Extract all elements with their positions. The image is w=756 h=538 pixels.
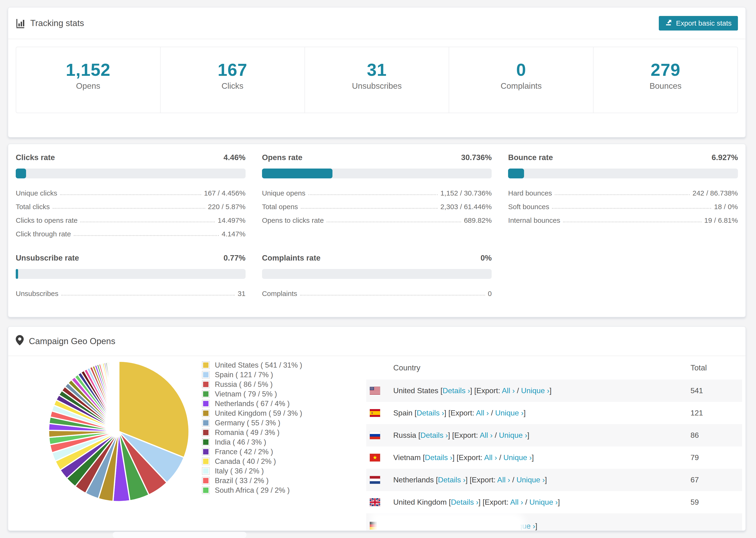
stat-box-bounces: 279Bounces bbox=[594, 47, 737, 113]
rate-header: Unsubscribe rate0.77% bbox=[16, 253, 245, 262]
legend-item-russia: Russia ( 86 / 5% ) bbox=[202, 380, 366, 389]
export-unique-link[interactable]: Unique › bbox=[499, 431, 527, 439]
export-icon bbox=[665, 19, 673, 28]
country-cell: Netherlands [Details ›] [Export: All › /… bbox=[380, 476, 690, 484]
details-link[interactable]: Details › bbox=[417, 409, 444, 417]
pie-slice-other-47 bbox=[119, 361, 119, 431]
legend-item-romania: Romania ( 49 / 3% ) bbox=[202, 428, 366, 437]
export-unique-link[interactable]: Unique › bbox=[503, 453, 532, 462]
dotted-leader bbox=[308, 194, 438, 195]
legend-swatch bbox=[202, 429, 210, 436]
overlay-fade bbox=[377, 517, 520, 531]
legend-swatch bbox=[202, 409, 210, 417]
stats-summary: 1,152Opens167Clicks31Unsubscribes0Compla… bbox=[16, 47, 738, 113]
rate-title: Bounce rate bbox=[508, 153, 553, 162]
export-unique-link[interactable]: Unique › bbox=[516, 476, 545, 484]
stat-value: 167 bbox=[161, 60, 304, 79]
dotted-leader bbox=[563, 222, 701, 222]
table-row-united-kingdom: United Kingdom [Details ›] [Export: All … bbox=[366, 491, 742, 513]
progress-track bbox=[262, 169, 492, 178]
legend-label: Spain ( 121 / 7% ) bbox=[215, 371, 273, 379]
rate-row-value: 2,303 / 61.446% bbox=[441, 203, 492, 211]
rate-title: Unsubscribe rate bbox=[16, 253, 79, 262]
export-all-link[interactable]: All › bbox=[497, 476, 510, 484]
pie-chart-svg bbox=[46, 359, 191, 504]
dotted-leader bbox=[60, 194, 201, 195]
legend-label: Italy ( 36 / 2% ) bbox=[215, 467, 264, 475]
bar-chart-icon bbox=[16, 18, 26, 28]
details-link[interactable]: Details › bbox=[425, 453, 453, 462]
rate-header: Bounce rate6.927% bbox=[508, 153, 738, 162]
rate-row-unique-clicks: Unique clicks167 / 4.456% bbox=[16, 184, 245, 197]
rate-block-clicks-rate: Clicks rate4.46%Unique clicks167 / 4.456… bbox=[16, 150, 245, 238]
legend-item-netherlands: Netherlands ( 67 / 4% ) bbox=[202, 399, 366, 408]
legend-item-united-states: United States ( 541 / 31% ) bbox=[202, 360, 366, 370]
rate-row-hard-bounces: Hard bounces242 / 86.738% bbox=[508, 184, 738, 197]
legend-swatch bbox=[202, 371, 210, 379]
rate-block-unsubscribe-rate: Unsubscribe rate0.77%Unsubscribes31 bbox=[16, 251, 245, 297]
rate-rows: Unique clicks167 / 4.456%Total clicks220… bbox=[16, 184, 245, 238]
rate-row-value: 14.497% bbox=[218, 216, 245, 224]
export-basic-stats-button[interactable]: Export basic stats bbox=[659, 16, 738, 30]
rate-value: 0.77% bbox=[224, 253, 245, 262]
export-all-link[interactable]: All › bbox=[484, 453, 497, 462]
export-unique-link[interactable]: Unique › bbox=[521, 386, 549, 395]
progress-track bbox=[262, 269, 492, 279]
progress-track bbox=[16, 269, 245, 279]
stat-label: Bounces bbox=[594, 81, 737, 91]
stat-label: Opens bbox=[16, 81, 160, 91]
details-link[interactable]: Details › bbox=[443, 386, 470, 395]
legend-swatch bbox=[202, 361, 210, 369]
rate-value: 4.46% bbox=[224, 153, 245, 162]
legend-item-germany: Germany ( 55 / 3% ) bbox=[202, 418, 366, 428]
geo-opens-title: Campaign Geo Opens bbox=[29, 336, 115, 346]
rate-row-internal-bounces: Internal bounces19 / 6.81% bbox=[508, 211, 738, 224]
stat-value: 1,152 bbox=[16, 60, 160, 79]
table-row-netherlands: Netherlands [Details ›] [Export: All › /… bbox=[366, 469, 742, 491]
legend-item-italy: Italy ( 36 / 2% ) bbox=[202, 466, 366, 476]
export-all-link[interactable]: All › bbox=[476, 409, 489, 417]
stat-label: Complaints bbox=[449, 81, 593, 91]
rate-row-value: 4.147% bbox=[222, 230, 245, 238]
rate-title: Opens rate bbox=[262, 153, 302, 162]
legend-item-france: France ( 42 / 2% ) bbox=[202, 447, 366, 457]
rate-row-complaints: Complaints0 bbox=[262, 284, 492, 297]
rate-value: 0% bbox=[481, 253, 492, 262]
details-link[interactable]: Details › bbox=[420, 431, 448, 439]
details-link[interactable]: Details › bbox=[438, 476, 465, 484]
export-unique-link[interactable]: Unique › bbox=[529, 498, 558, 506]
progress-fill bbox=[508, 169, 524, 178]
geo-pie-chart bbox=[8, 356, 202, 531]
country-cell: Spain [Details ›] [Export: All › / Uniqu… bbox=[380, 409, 690, 417]
export-all-link[interactable]: All › bbox=[510, 498, 523, 506]
rate-header: Clicks rate4.46% bbox=[16, 153, 245, 162]
total-cell: 121 bbox=[690, 409, 742, 417]
legend-swatch bbox=[202, 390, 210, 398]
table-row-united-states: United States [Details ›] [Export: All ›… bbox=[366, 380, 742, 402]
flag-gb-icon bbox=[370, 498, 380, 506]
legend-label: Vietnam ( 79 / 5% ) bbox=[215, 390, 277, 398]
horizontal-scrollbar-thumb[interactable] bbox=[113, 532, 246, 538]
legend-item-vietnam: Vietnam ( 79 / 5% ) bbox=[202, 389, 366, 399]
details-link[interactable]: Details › bbox=[451, 498, 478, 506]
table-row-russia: Russia [Details ›] [Export: All › / Uniq… bbox=[366, 424, 742, 447]
rate-row-value: 0 bbox=[488, 290, 492, 297]
export-all-link[interactable]: All › bbox=[480, 431, 493, 439]
export-all-link[interactable]: All › bbox=[502, 386, 514, 395]
flag-es-icon bbox=[370, 409, 380, 417]
table-row-vietnam: Vietnam [Details ›] [Export: All › / Uni… bbox=[366, 447, 742, 469]
total-cell: 59 bbox=[690, 498, 742, 507]
rate-row-label: Click through rate bbox=[16, 230, 71, 238]
legend-item-brazil: Brazil ( 33 / 2% ) bbox=[202, 476, 366, 485]
stat-label: Clicks bbox=[161, 81, 304, 91]
rate-row-value: 220 / 5.87% bbox=[208, 203, 245, 211]
dotted-leader bbox=[74, 235, 219, 236]
rate-row-label: Opens to clicks rate bbox=[262, 216, 324, 224]
export-unique-link[interactable]: Unique › bbox=[495, 409, 523, 417]
rate-row-value: 18 / 0% bbox=[714, 203, 738, 211]
stat-box-opens: 1,152Opens bbox=[16, 47, 161, 113]
legend-label: Brazil ( 33 / 2% ) bbox=[215, 476, 269, 485]
rate-row-label: Unique opens bbox=[262, 189, 305, 197]
legend-label: Russia ( 86 / 5% ) bbox=[215, 380, 273, 389]
legend-swatch bbox=[202, 448, 210, 456]
